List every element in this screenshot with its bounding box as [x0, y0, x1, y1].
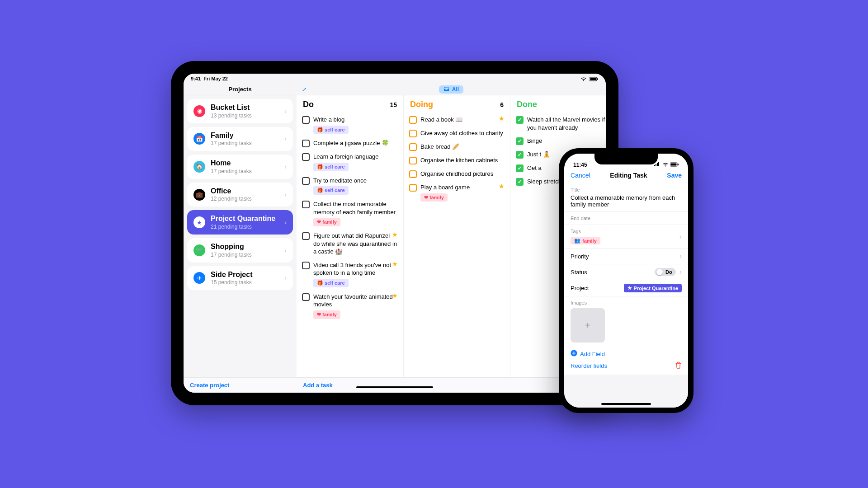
project-card[interactable]: 🏠Home17 pending tasks›	[187, 155, 293, 179]
task-text: Watch your favourite animated movies❤ fa…	[313, 293, 398, 319]
task-checkbox[interactable]	[302, 116, 310, 124]
task-checkbox[interactable]: ✓	[516, 178, 524, 186]
add-task-button[interactable]: Add a task	[297, 382, 333, 389]
project-card[interactable]: 💼Office12 pending tasks›	[187, 183, 293, 207]
task-checkbox[interactable]: ✓	[516, 151, 524, 159]
save-button[interactable]: Save	[667, 172, 682, 179]
task-checkbox[interactable]	[302, 201, 310, 208]
project-name: Project Quarantine	[211, 215, 279, 223]
task-row[interactable]: Video call 3 friends you've not spoken t…	[301, 259, 399, 291]
task-checkbox[interactable]	[302, 177, 310, 185]
project-card[interactable]: ◉Bucket List13 pending tasks›	[187, 99, 293, 123]
svg-rect-9	[678, 164, 679, 165]
column-doing: Doing 6 Read a book 📖★Give away old clot…	[403, 95, 510, 377]
create-project-button[interactable]: Create project	[184, 382, 297, 389]
field-tags[interactable]: Tags 👥 family ›	[564, 225, 688, 249]
svg-rect-4	[656, 164, 656, 166]
project-card[interactable]: ★Project Quarantine21 pending tasks›	[187, 210, 293, 235]
svg-rect-5	[657, 163, 658, 166]
add-field-button[interactable]: Add Field	[571, 350, 682, 358]
task-row[interactable]: Read a book 📖★	[408, 114, 505, 127]
field-enddate[interactable]: End date	[564, 212, 688, 225]
iphone-actions: Add Field Reorder fields	[564, 346, 688, 375]
status-value: Do	[665, 269, 672, 275]
field-project[interactable]: Project ★ Project Quarantine	[564, 280, 688, 296]
status-toggle[interactable]: Do	[655, 268, 676, 276]
task-checkbox[interactable]: ✓	[516, 116, 524, 124]
field-label: Images	[571, 300, 682, 305]
task-row[interactable]: Complete a jigsaw puzzle 🍀	[301, 137, 399, 151]
task-row[interactable]: Figure out what did Rapunzel do while sh…	[301, 230, 399, 259]
task-checkbox[interactable]: ✓	[516, 164, 524, 172]
project-icon: 🏠	[193, 161, 205, 173]
column-count: 6	[500, 101, 504, 108]
task-row[interactable]: Organise the kitchen cabinets	[408, 155, 505, 168]
task-tag: 🎁 self care	[313, 126, 349, 134]
reorder-fields-button[interactable]: Reorder fields	[571, 362, 607, 369]
field-title[interactable]: Title Collect a memorable memory from ea…	[564, 183, 688, 212]
filter-pill[interactable]: All	[439, 85, 463, 94]
task-row[interactable]: Bake bread 🥖	[408, 141, 505, 155]
star-icon: ★	[627, 285, 632, 291]
task-row[interactable]: Organise childhood pictures	[408, 168, 505, 182]
task-text: Play a board game❤ family	[420, 183, 505, 202]
task-checkbox[interactable]	[409, 157, 417, 164]
filter-label: All	[452, 86, 459, 93]
field-status[interactable]: Status Do ›	[564, 264, 688, 280]
task-checkbox[interactable]	[302, 232, 310, 240]
task-tag: 🎁 self care	[313, 279, 349, 287]
task-checkbox[interactable]: ✓	[516, 137, 524, 145]
chevron-right-icon: ›	[679, 252, 682, 260]
field-images: Images +	[564, 296, 688, 346]
chevron-right-icon: ›	[679, 233, 682, 241]
svg-rect-6	[658, 162, 659, 166]
trash-icon[interactable]	[675, 361, 682, 370]
column-title: Done	[517, 100, 537, 109]
project-icon: 📅	[193, 133, 205, 145]
chevron-right-icon: ›	[284, 163, 287, 170]
cancel-button[interactable]: Cancel	[571, 172, 590, 179]
ipad-statusbar: 9:41 Fri May 22	[184, 74, 606, 84]
task-row[interactable]: Give away old clothes to charity	[408, 127, 505, 141]
project-card[interactable]: ✈Side Project15 pending tasks›	[187, 266, 293, 291]
task-checkbox[interactable]	[409, 170, 417, 178]
task-checkbox[interactable]	[409, 116, 417, 124]
task-text: Write a blog🎁 self care	[313, 116, 398, 134]
task-tag: 🎁 self care	[313, 163, 349, 171]
task-row[interactable]: Collect the most memorable memory of eac…	[301, 198, 399, 230]
task-row[interactable]: Watch your favourite animated movies❤ fa…	[301, 291, 399, 323]
tag-label: family	[582, 238, 597, 244]
project-icon: ★	[193, 216, 205, 228]
task-checkbox[interactable]	[409, 184, 417, 192]
field-priority[interactable]: Priority ›	[564, 249, 688, 264]
project-name: Side Project	[211, 271, 279, 279]
task-checkbox[interactable]	[302, 293, 310, 301]
task-row[interactable]: Learn a foreign language🎁 self care	[301, 151, 399, 174]
project-subtitle: 21 pending tasks	[211, 224, 279, 230]
task-row[interactable]: Write a blog🎁 self care	[301, 114, 399, 137]
iphone-navbar: Cancel Editing Task Save	[564, 169, 688, 183]
column-do: Do 15 Write a blog🎁 self careComplete a …	[297, 95, 403, 377]
task-row[interactable]: ✓Binge	[515, 135, 606, 149]
task-checkbox[interactable]	[302, 262, 310, 269]
expand-icon[interactable]: ⤢	[302, 86, 307, 93]
task-checkbox[interactable]	[409, 143, 417, 151]
tray-icon	[443, 86, 449, 93]
chevron-right-icon: ›	[284, 219, 287, 226]
task-row[interactable]: Play a board game❤ family★	[408, 182, 505, 205]
column-title: Do	[303, 100, 314, 109]
status-icons	[654, 162, 679, 168]
task-row[interactable]: ✓Watch all the Marvel movies if you have…	[515, 114, 606, 135]
task-checkbox[interactable]	[302, 153, 310, 161]
star-icon: ★	[499, 115, 505, 122]
project-icon: ◉	[193, 105, 205, 117]
project-name: Office	[211, 187, 279, 195]
project-card[interactable]: 🛒Shopping17 pending tasks›	[187, 238, 293, 263]
task-row[interactable]: Try to meditate once🎁 self care	[301, 175, 399, 198]
add-image-button[interactable]: +	[571, 308, 605, 343]
task-checkbox[interactable]	[302, 140, 310, 147]
iphone-device: 11:45 Cancel Editing Task Save Title Col…	[559, 148, 693, 413]
ipad-main: ◉Bucket List13 pending tasks›📅Family17 p…	[184, 95, 606, 377]
project-card[interactable]: 📅Family17 pending tasks›	[187, 127, 293, 151]
task-checkbox[interactable]	[409, 130, 417, 137]
